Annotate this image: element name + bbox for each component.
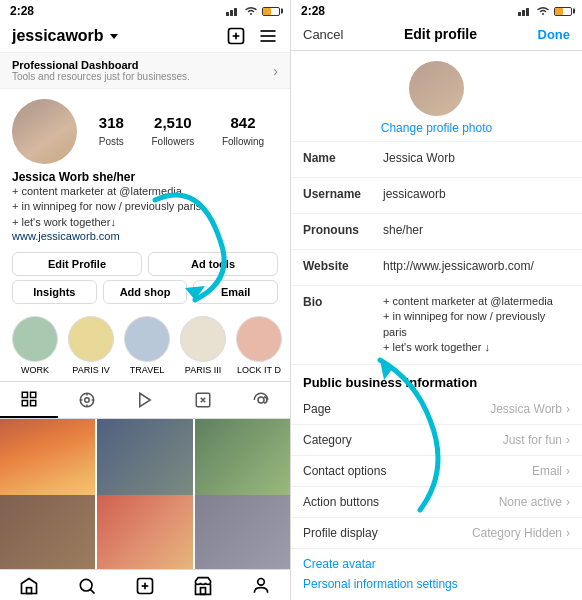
profile-display-row[interactable]: Profile display Category Hidden › [291, 518, 582, 549]
insights-button[interactable]: Insights [12, 280, 97, 304]
profile-display-label: Profile display [303, 526, 472, 540]
following-stat[interactable]: 842 Following [222, 114, 264, 149]
header-icons [226, 26, 278, 46]
profile-section: 318 Posts 2,510 Followers 842 Following [0, 89, 290, 170]
photo-5[interactable] [97, 495, 192, 569]
bio-field-row[interactable]: Bio + content marketer at @latermedia + … [291, 286, 582, 365]
highlight-travel[interactable]: TRAVEL [124, 316, 170, 375]
bio-link[interactable]: www.jessicaworb.com [12, 230, 278, 242]
username-field-row[interactable]: Username jessicaworb [291, 178, 582, 214]
pro-dashboard[interactable]: Professional Dashboard Tools and resourc… [0, 52, 290, 89]
contact-chevron-icon: › [566, 464, 570, 478]
pro-dashboard-text: Professional Dashboard Tools and resourc… [12, 59, 190, 82]
signal-icon [226, 6, 240, 16]
nav-home[interactable] [0, 576, 58, 596]
tab-mentions[interactable] [232, 382, 290, 418]
nav-add[interactable] [116, 576, 174, 596]
svg-marker-19 [140, 393, 151, 407]
action-buttons-row2: Insights Add shop Email [0, 280, 290, 310]
right-time: 2:28 [301, 4, 325, 18]
email-button[interactable]: Email [193, 280, 278, 304]
highlight-paris3[interactable]: PARIS III [180, 316, 226, 375]
menu-button[interactable] [258, 26, 278, 46]
photo-4[interactable] [0, 495, 95, 569]
change-photo-link[interactable]: Change profile photo [381, 121, 492, 135]
pronouns-field-row[interactable]: Pronouns she/her [291, 214, 582, 250]
pronouns-label: Pronouns [303, 222, 383, 237]
avatar [12, 99, 77, 164]
bio-section: Jessica Worb she/her + content marketer … [0, 170, 290, 248]
battery-icon [262, 7, 280, 16]
bottom-nav [0, 569, 290, 600]
profile-display-value: Category Hidden [472, 526, 562, 540]
action-value: None active [499, 495, 562, 509]
page-row[interactable]: Page Jessica Worb › [291, 394, 582, 425]
bio-value[interactable]: + content marketer at @latermedia + in w… [383, 294, 570, 356]
left-panel: 2:28 jessicaworb [0, 0, 291, 600]
create-avatar-link[interactable]: Create avatar [303, 557, 570, 571]
svg-rect-2 [234, 8, 237, 16]
contact-options-row[interactable]: Contact options Email › [291, 456, 582, 487]
name-value[interactable]: Jessica Worb [383, 150, 570, 167]
cancel-button[interactable]: Cancel [303, 27, 343, 42]
highlight-work[interactable]: WORK [12, 316, 58, 375]
action-chevron-icon: › [566, 495, 570, 509]
ad-tools-button[interactable]: Ad tools [148, 252, 278, 276]
chevron-down-icon [110, 34, 118, 39]
wifi-icon [244, 6, 258, 16]
tab-video[interactable] [116, 382, 174, 418]
left-header: jessicaworb [0, 22, 290, 52]
tab-tagged[interactable] [174, 382, 232, 418]
page-label: Page [303, 402, 490, 416]
pro-arrow-icon: › [273, 63, 278, 79]
action-buttons-row[interactable]: Action buttons None active › [291, 487, 582, 518]
profile-display-chevron-icon: › [566, 526, 570, 540]
bottom-links: Create avatar Personal information setti… [291, 549, 582, 599]
right-status-bar: 2:28 [291, 0, 582, 22]
name-field-row[interactable]: Name Jessica Worb [291, 142, 582, 178]
category-row[interactable]: Category Just for fun › [291, 425, 582, 456]
svg-rect-0 [226, 12, 229, 16]
highlight-paris4[interactable]: PARIS IV [68, 316, 114, 375]
edit-profile-button[interactable]: Edit Profile [12, 252, 142, 276]
left-status-icons [226, 6, 280, 16]
done-button[interactable]: Done [538, 27, 571, 42]
highlight-lockitd[interactable]: LOCK IT D [236, 316, 282, 375]
photo-6[interactable] [195, 495, 290, 569]
bio-text: + content marketer at @latermedia + in w… [12, 184, 278, 230]
pronouns-value[interactable]: she/her [383, 222, 570, 239]
edit-fields: Name Jessica Worb Username jessicaworb P… [291, 142, 582, 600]
page-chevron-icon: › [566, 402, 570, 416]
add-button[interactable] [226, 26, 246, 46]
add-shop-button[interactable]: Add shop [103, 280, 188, 304]
username-value[interactable]: jessicaworb [383, 186, 570, 203]
website-label: Website [303, 258, 383, 273]
followers-stat[interactable]: 2,510 Followers [151, 114, 194, 149]
svg-rect-11 [22, 401, 27, 406]
username-row[interactable]: jessicaworb [12, 27, 118, 45]
nav-profile[interactable] [232, 576, 290, 596]
public-section-header: Public business information [291, 365, 582, 394]
profile-photo-section: Change profile photo [291, 51, 582, 142]
svg-rect-1 [230, 10, 233, 16]
personal-info-link[interactable]: Personal information settings [303, 577, 570, 591]
username-text: jessicaworb [12, 27, 104, 45]
pro-subtitle: Tools and resources just for businesses. [12, 71, 190, 82]
nav-shop[interactable] [174, 576, 232, 596]
website-field-row[interactable]: Website http://www.jessicaworb.com/ [291, 250, 582, 286]
stats-row: 318 Posts 2,510 Followers 842 Following [85, 114, 278, 149]
pro-title: Professional Dashboard [12, 59, 190, 71]
left-status-bar: 2:28 [0, 0, 290, 22]
right-wifi-icon [536, 6, 550, 16]
action-label: Action buttons [303, 495, 499, 509]
website-value[interactable]: http://www.jessicaworb.com/ [383, 258, 570, 275]
right-avatar [409, 61, 464, 116]
svg-rect-9 [22, 392, 27, 397]
nav-search[interactable] [58, 576, 116, 596]
posts-stat: 318 Posts [99, 114, 124, 149]
tab-grid[interactable] [0, 382, 58, 418]
photo-grid [0, 419, 290, 569]
svg-rect-31 [522, 10, 525, 16]
svg-point-14 [85, 398, 90, 403]
tab-reels[interactable] [58, 382, 116, 418]
